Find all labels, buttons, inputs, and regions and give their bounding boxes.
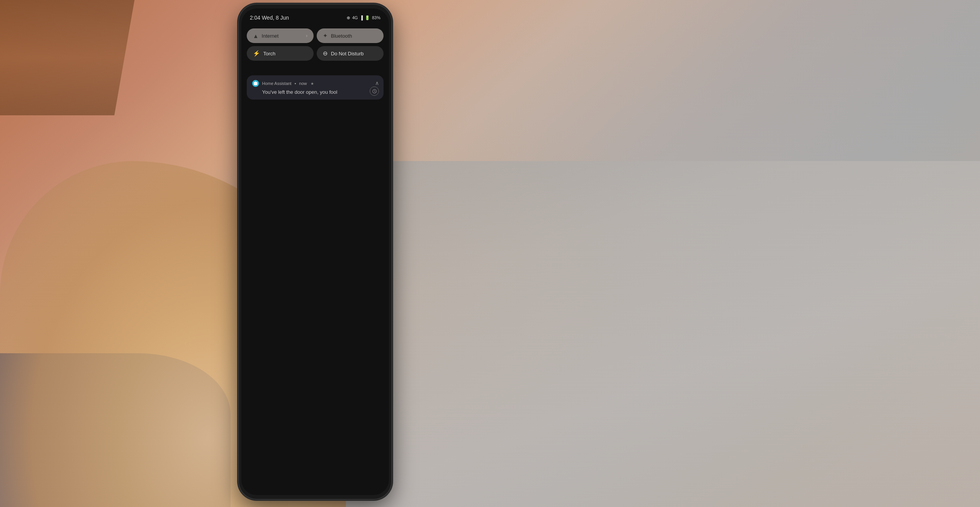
signal-icon: ▐	[360, 15, 363, 20]
bluetooth-icon: ✦	[323, 32, 328, 39]
quick-settings: ▲ Internet › ✦ Bluetooth ⚡ Torch ⊖ Do No…	[241, 25, 389, 64]
dnd-label: Do Not Disturb	[331, 51, 364, 57]
bluetooth-label: Bluetooth	[331, 33, 352, 39]
pavement-background	[288, 161, 980, 507]
notification-area: Home Assistant • now ★ ∧ You've left the…	[241, 75, 389, 100]
snooze-icon	[372, 89, 377, 94]
notification-header: Home Assistant • now ★	[252, 80, 378, 87]
fence-background	[0, 0, 135, 115]
ha-app-icon	[252, 80, 259, 87]
notification-app-name: Home Assistant	[262, 81, 291, 86]
phone-frame: 2:04 Wed, 8 Jun ⊕ 4G ▐ 🔋 83% ▲ Internet …	[238, 4, 392, 500]
qs-row-2: ⚡ Torch ⊖ Do Not Disturb	[247, 46, 384, 61]
notification-separator: •	[294, 81, 296, 86]
vpn-icon: ⊕	[347, 15, 350, 20]
notification-message: You've left the door open, you fool	[252, 89, 378, 95]
status-time: 2:04 Wed, 8 Jun	[250, 15, 289, 21]
qs-tile-dnd[interactable]: ⊖ Do Not Disturb	[317, 46, 384, 61]
notification-star-icon: ★	[311, 81, 314, 86]
notification-time: now	[299, 81, 307, 86]
qs-row-1: ▲ Internet › ✦ Bluetooth	[247, 28, 384, 43]
torch-label: Torch	[263, 51, 276, 57]
status-icons: ⊕ 4G ▐ 🔋 83%	[347, 15, 380, 20]
battery-icon: 🔋	[365, 15, 370, 20]
network-type-label: 4G	[352, 15, 358, 20]
chevron-right-icon: ›	[306, 33, 307, 38]
home-assistant-logo	[253, 81, 258, 86]
qs-tile-torch[interactable]: ⚡ Torch	[247, 46, 314, 61]
dnd-icon: ⊖	[323, 50, 328, 57]
notification-expand-button[interactable]: ∧	[375, 80, 379, 86]
phone-screen: 2:04 Wed, 8 Jun ⊕ 4G ▐ 🔋 83% ▲ Internet …	[241, 8, 389, 495]
torch-icon: ⚡	[253, 50, 260, 57]
internet-label: Internet	[262, 33, 279, 39]
wifi-icon: ▲	[253, 33, 259, 39]
battery-percent: 83%	[372, 15, 380, 20]
qs-tile-bluetooth[interactable]: ✦ Bluetooth	[317, 28, 384, 43]
status-bar: 2:04 Wed, 8 Jun ⊕ 4G ▐ 🔋 83%	[241, 8, 389, 25]
qs-tile-internet[interactable]: ▲ Internet ›	[247, 28, 314, 43]
notification-snooze-button[interactable]	[370, 86, 379, 96]
notification-card-ha[interactable]: Home Assistant • now ★ ∧ You've left the…	[247, 75, 384, 100]
